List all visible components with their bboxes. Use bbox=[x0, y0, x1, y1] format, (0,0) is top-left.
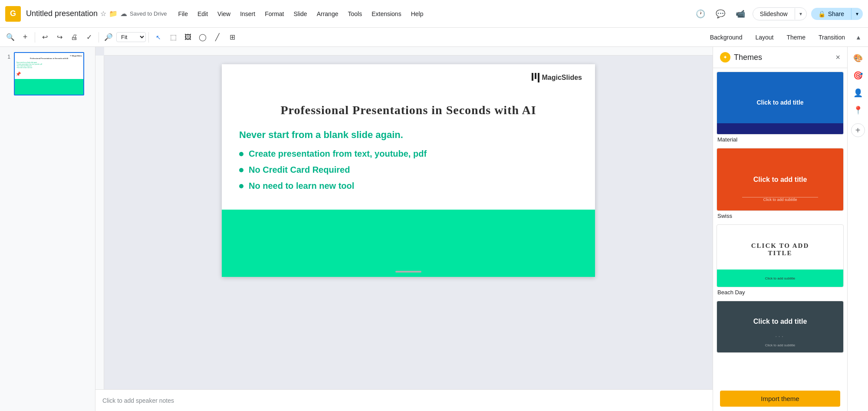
menu-bar: File Edit View Insert Format Slide Arran… bbox=[174, 9, 427, 19]
slide-canvas-wrapper[interactable]: MagicSlides Professional Presentations i… bbox=[104, 56, 713, 389]
bullet-dot-1 bbox=[239, 152, 243, 156]
menu-extensions[interactable]: Extensions bbox=[367, 9, 405, 19]
side-theme-icon[interactable]: 🎨 bbox=[850, 50, 866, 66]
thumb-logo: ▪▪MagicSlides bbox=[70, 54, 82, 57]
zoom-menu-icon[interactable]: 🔎 bbox=[102, 30, 115, 44]
toolbar-separator-3 bbox=[148, 32, 149, 43]
menu-edit[interactable]: Edit bbox=[193, 9, 212, 19]
thumb-body: Never start from a blank slide again. • … bbox=[16, 62, 42, 69]
redo-icon[interactable]: ↪ bbox=[53, 30, 66, 44]
bullet-text-3: No need to learn new tool bbox=[249, 181, 354, 191]
spellcheck-icon[interactable]: ✓ bbox=[82, 30, 96, 44]
app-logo: G bbox=[5, 6, 21, 22]
bullet-dot-3 bbox=[239, 184, 243, 188]
toolbar-separator-2 bbox=[99, 32, 99, 43]
undo-icon[interactable]: ↩ bbox=[38, 30, 52, 44]
menu-tools[interactable]: Tools bbox=[343, 9, 366, 19]
toolbar-right: Background Layout Theme Transition ▲ bbox=[704, 31, 865, 43]
theme-swiss-title: Click to add title bbox=[753, 176, 807, 184]
import-theme-button[interactable]: Import theme bbox=[720, 391, 840, 407]
camera-icon[interactable]: 📹 bbox=[733, 6, 748, 22]
theme-beach-day[interactable]: Click to add title Click to add subtitle… bbox=[717, 224, 844, 296]
slide-subtitle[interactable]: Never start from a blank slide again. bbox=[239, 129, 403, 141]
folder-icon[interactable]: 📁 bbox=[109, 10, 118, 18]
top-bar: G Untitled presentation ☆ 📁 ☁ Saved to D… bbox=[0, 0, 868, 28]
side-person-icon[interactable]: 👤 bbox=[850, 85, 866, 101]
slide-logo: MagicSlides bbox=[532, 73, 582, 82]
transform-icon[interactable]: ⬚ bbox=[166, 30, 180, 44]
theme-dark-title: Click to add title bbox=[753, 318, 807, 326]
menu-file[interactable]: File bbox=[174, 9, 192, 19]
line-icon[interactable]: ╱ bbox=[210, 30, 224, 44]
share-label[interactable]: 🔒 Share bbox=[811, 8, 851, 20]
themes-title-text: Themes bbox=[734, 53, 762, 62]
transition-button[interactable]: Transition bbox=[813, 32, 851, 43]
theme-beach-title: Click to add title bbox=[749, 242, 812, 257]
menu-insert[interactable]: Insert bbox=[236, 9, 260, 19]
slideshow-label[interactable]: Slideshow bbox=[753, 8, 795, 20]
theme-beach-thumb: Click to add title Click to add subtitle bbox=[717, 224, 844, 287]
background-button[interactable]: Background bbox=[704, 32, 748, 43]
shapes-icon[interactable]: ◯ bbox=[196, 30, 210, 44]
side-map-icon[interactable]: 📍 bbox=[850, 102, 866, 118]
slide-green-bar bbox=[222, 210, 595, 277]
theme-swiss[interactable]: Click to add title Click to add subtitle… bbox=[717, 148, 844, 219]
zoom-in-icon[interactable]: + bbox=[18, 30, 32, 44]
bullet-dot-2 bbox=[239, 168, 243, 172]
theme-dark[interactable]: Click to add title ··· Click to add subt… bbox=[717, 301, 844, 353]
layout-button[interactable]: Layout bbox=[750, 32, 779, 43]
slide-logo-text: MagicSlides bbox=[542, 74, 582, 82]
bullet-1[interactable]: Create presentation from text, youtube, … bbox=[239, 149, 427, 159]
image-icon[interactable]: 🖼 bbox=[181, 30, 195, 44]
themes-panel: ✦ Themes × Click to add title Material C… bbox=[713, 47, 847, 411]
doc-title-row: Untitled presentation ☆ 📁 ☁ Saved to Dri… bbox=[26, 9, 167, 18]
menu-format[interactable]: Format bbox=[260, 9, 288, 19]
menu-help[interactable]: Help bbox=[407, 9, 428, 19]
history-icon[interactable]: 🕐 bbox=[693, 6, 708, 22]
theme-material-bottom bbox=[717, 123, 843, 134]
theme-dark-sub: Click to add subtitle bbox=[765, 343, 795, 347]
theme-dark-dots: ··· bbox=[775, 333, 785, 339]
menu-slide[interactable]: Slide bbox=[289, 9, 312, 19]
bullet-3[interactable]: No need to learn new tool bbox=[239, 181, 427, 191]
collapse-icon[interactable]: ▲ bbox=[852, 31, 865, 43]
theme-material[interactable]: Click to add title Material bbox=[717, 72, 844, 143]
slide-panel: 1 ▪▪MagicSlides Professional Presentatio… bbox=[0, 47, 95, 411]
zoom-select[interactable]: Fit 50% 75% 100% 125% 150% bbox=[116, 32, 146, 42]
slideshow-button[interactable]: Slideshow ▾ bbox=[753, 7, 807, 20]
speaker-notes-placeholder[interactable]: Click to add speaker notes bbox=[102, 397, 174, 404]
theme-button[interactable]: Theme bbox=[781, 32, 811, 43]
share-button[interactable]: 🔒 Share ▾ bbox=[811, 8, 863, 20]
themes-close-button[interactable]: × bbox=[835, 53, 840, 62]
print-icon[interactable]: 🖨 bbox=[67, 30, 81, 44]
slideshow-chevron-icon[interactable]: ▾ bbox=[795, 8, 806, 20]
search-icon[interactable]: 🔍 bbox=[3, 30, 17, 44]
toolbar: 🔍 + ↩ ↪ 🖨 ✓ 🔎 Fit 50% 75% 100% 125% 150%… bbox=[0, 28, 868, 47]
logo-icon bbox=[532, 73, 539, 82]
toolbar-separator bbox=[35, 32, 35, 43]
menu-view[interactable]: View bbox=[213, 9, 235, 19]
content-area: // ruler ticks drawn inline bbox=[95, 47, 713, 411]
share-chevron-icon[interactable]: ▾ bbox=[851, 8, 863, 20]
slide-bullets: Create presentation from text, youtube, … bbox=[239, 149, 427, 191]
theme-beach-sub-text: Click to add subtitle bbox=[765, 276, 795, 280]
comments-icon[interactable]: 💬 bbox=[713, 6, 728, 22]
slide-canvas[interactable]: MagicSlides Professional Presentations i… bbox=[222, 64, 595, 277]
doc-title-text[interactable]: Untitled presentation bbox=[26, 9, 98, 18]
themes-icon: ✦ bbox=[720, 52, 730, 62]
star-icon[interactable]: ☆ bbox=[100, 10, 106, 18]
thumb-green-bar bbox=[15, 79, 83, 95]
side-plus-icon[interactable]: + bbox=[851, 123, 865, 137]
lock-icon: 🔒 bbox=[818, 10, 825, 17]
select-icon[interactable]: ↖ bbox=[151, 30, 165, 44]
saved-status: Saved to Drive bbox=[130, 10, 167, 17]
slide-main-title[interactable]: Professional Presentations in Seconds wi… bbox=[239, 103, 578, 117]
slide-thumbnail[interactable]: ▪▪MagicSlides Professional Presentations… bbox=[14, 52, 84, 95]
speaker-notes[interactable]: Click to add speaker notes bbox=[95, 389, 713, 411]
menu-arrange[interactable]: Arrange bbox=[312, 9, 343, 19]
theme-material-thumb: Click to add title bbox=[717, 72, 844, 135]
text-icon[interactable]: ⊞ bbox=[225, 30, 239, 44]
bullet-2[interactable]: No Credit Card Required bbox=[239, 165, 427, 175]
side-target-icon[interactable]: 🎯 bbox=[850, 68, 866, 83]
slide-1-container: 1 ▪▪MagicSlides Professional Presentatio… bbox=[3, 52, 92, 95]
